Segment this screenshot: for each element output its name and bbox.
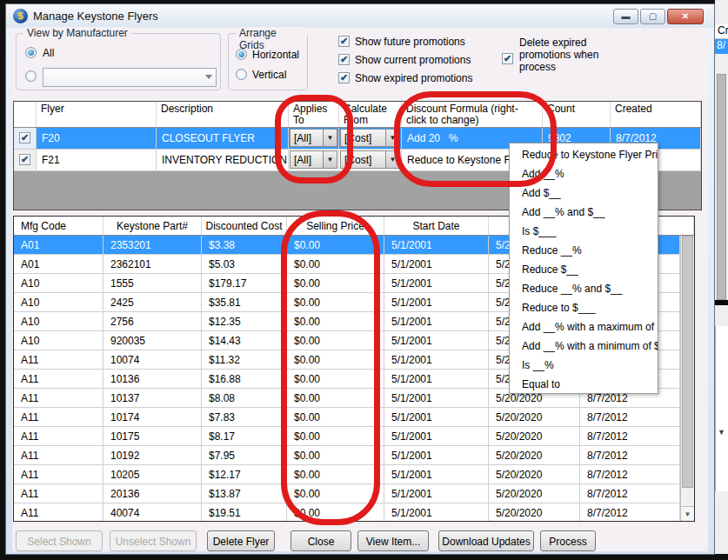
item-grid-cell: $0.00	[287, 274, 384, 292]
scroll-down-arrow-icon[interactable]: ▼	[681, 506, 694, 521]
item-grid-cell: $0.00	[287, 331, 384, 350]
applies-to-dropdown[interactable]: [All]▼	[290, 150, 337, 169]
promo-checkbox[interactable]: ✔	[338, 36, 350, 47]
background-scrollbar-thumb[interactable]	[717, 74, 726, 300]
context-menu-item[interactable]: Reduce to $___	[510, 298, 658, 317]
radio-all[interactable]	[25, 47, 37, 58]
flyer-id-cell: F20	[37, 128, 157, 149]
chevron-down-icon[interactable]: ▼	[385, 151, 399, 168]
background-window-border	[715, 300, 728, 305]
item-grid-cell: 5/1/2001	[384, 446, 489, 464]
promo-checkbox[interactable]: ✔	[338, 54, 350, 65]
calculate-from-dropdown[interactable]: [Cost]▼	[340, 129, 400, 147]
flyer-grid-column-header[interactable]: Count	[543, 102, 611, 127]
item-grid-cell: 5/20/2020	[489, 465, 580, 483]
view-item-button[interactable]: View Item...	[357, 530, 429, 551]
manufacturer-combobox[interactable]	[43, 68, 217, 87]
item-grid-cell: 8/7/2012	[580, 446, 680, 464]
discount-formula-context-menu: Reduce to Keystone Flyer PriceAdd __%Add…	[509, 143, 658, 394]
background-panel: ▼	[715, 326, 728, 491]
item-grid-cell: $12.17	[202, 465, 287, 483]
flyer-row-checkbox[interactable]: ✔	[19, 132, 30, 143]
context-menu-item[interactable]: Add $__	[510, 183, 658, 203]
radio-horizontal[interactable]	[236, 49, 247, 60]
radio-manufacturer[interactable]	[25, 70, 37, 82]
context-menu-item[interactable]: Add __% with a maximum of $__	[510, 317, 658, 337]
item-grid-cell: $13.87	[202, 484, 287, 503]
delete-expired-checkbox[interactable]: ✔	[502, 53, 513, 64]
item-grid-column-header[interactable]: Selling Price	[287, 217, 384, 235]
item-grid-cell: A11	[14, 408, 104, 426]
item-grid-cell: $7.95	[202, 446, 287, 464]
item-grid-cell: $19.51	[202, 503, 287, 522]
close-button[interactable]: ✕	[667, 9, 704, 24]
delete-flyer-button[interactable]: Delete Flyer	[207, 530, 275, 551]
flyer-grid-header: FlyerDescriptionApplies ToCalculate From…	[14, 102, 701, 128]
item-grid-cell: A11	[14, 484, 104, 503]
chevron-down-icon[interactable]: ▼	[323, 151, 337, 168]
item-grid-cell: A11	[14, 350, 104, 369]
flyer-row-checkbox[interactable]: ✔	[19, 154, 30, 165]
flyer-grid-column-header[interactable]	[14, 102, 37, 127]
item-grid-row[interactable]: A1110205$12.17$0.005/1/20015/20/20208/7/…	[14, 465, 680, 484]
scroll-down-arrow-icon[interactable]: ▼	[718, 428, 725, 437]
context-menu-item[interactable]: Reduce __%	[510, 241, 658, 260]
process-button[interactable]: Process	[540, 530, 596, 551]
item-grid-cell: 920035	[104, 331, 202, 350]
scrollbar-thumb[interactable]	[682, 236, 693, 488]
context-menu-item[interactable]: Is __%	[510, 356, 658, 375]
item-grid-column-header[interactable]: Mfg Code	[14, 217, 104, 235]
flyer-grid-column-header[interactable]: Applies To	[289, 102, 339, 127]
window-title: Manage Keystone Flyers	[33, 10, 158, 23]
context-menu-item[interactable]: Add __% with a minimum of $__	[510, 337, 658, 356]
download-updates-button[interactable]: Download Updates	[438, 530, 534, 551]
context-menu-item[interactable]: Equal to	[510, 375, 658, 394]
item-grid-cell: 8/7/2012	[580, 427, 680, 445]
app-icon: $	[13, 9, 28, 23]
chevron-down-icon[interactable]: ▼	[323, 130, 337, 146]
item-grid-cell: 10205	[104, 465, 202, 483]
radio-vertical[interactable]	[236, 69, 247, 80]
item-grid-cell: 5/1/2001	[384, 236, 489, 254]
context-menu-item[interactable]: Is $___	[510, 222, 658, 241]
item-grid-row[interactable]: A1140074$19.51$0.005/1/20015/20/20208/7/…	[14, 503, 680, 522]
context-menu-item[interactable]: Add __%	[510, 164, 658, 183]
item-grid-cell: $0.00	[287, 312, 384, 330]
context-menu-item[interactable]: Add __% and $__	[510, 203, 658, 222]
item-grid-cell: $0.00	[287, 503, 384, 522]
item-grid-cell: A11	[14, 446, 104, 464]
maximize-button[interactable]: ▢	[640, 9, 665, 24]
chevron-down-icon[interactable]: ▼	[385, 130, 399, 146]
item-grid-cell: 10074	[104, 350, 202, 369]
item-grid-scrollbar[interactable]: ▼	[680, 236, 694, 521]
minimize-button[interactable]: ▬	[613, 9, 638, 24]
item-grid-cell: 10137	[104, 389, 202, 407]
item-grid-column-header[interactable]: Keystone Part#	[104, 217, 202, 235]
item-grid-row[interactable]: A1110175$8.17$0.005/1/20015/20/20208/7/2…	[14, 427, 680, 446]
item-grid-cell: A11	[14, 370, 104, 388]
item-grid-cell: 5/20/2020	[489, 427, 580, 445]
close-dialog-button[interactable]: Close	[291, 530, 351, 551]
context-menu-item[interactable]: Reduce $__	[510, 260, 658, 279]
item-grid-column-header[interactable]: Start Date	[384, 217, 489, 235]
item-grid-row[interactable]: A1110192$7.95$0.005/1/20015/20/20208/7/2…	[14, 446, 680, 465]
radio-vertical-label: Vertical	[252, 69, 286, 81]
item-grid-column-header[interactable]: Discounted Cost	[202, 217, 287, 235]
item-grid-row[interactable]: A1120136$13.87$0.005/1/20015/20/20208/7/…	[14, 484, 680, 503]
promo-checkbox[interactable]: ✔	[338, 72, 350, 83]
applies-to-dropdown[interactable]: [All]▼	[290, 129, 337, 147]
item-grid-cell: 5/1/2001	[384, 408, 489, 426]
item-grid-cell: A11	[14, 427, 104, 445]
flyer-grid-column-header[interactable]: Description	[157, 102, 289, 127]
flyer-grid-column-header[interactable]: Created	[611, 102, 701, 127]
item-grid-row[interactable]: A1110174$7.83$0.005/1/20015/20/20208/7/2…	[14, 408, 680, 427]
context-menu-item[interactable]: Reduce __% and $__	[510, 279, 658, 298]
calculate-from-dropdown[interactable]: [Cost]▼	[340, 150, 400, 169]
item-grid-cell: 2362101	[104, 255, 202, 273]
flyer-grid-column-header[interactable]: Flyer	[37, 102, 157, 127]
context-menu-item[interactable]: Reduce to Keystone Flyer Price	[510, 145, 658, 164]
flyer-grid-column-header[interactable]: Calculate From	[339, 102, 402, 127]
titlebar[interactable]: $ Manage Keystone Flyers	[6, 4, 714, 28]
flyer-grid-column-header[interactable]: Discount Formula (right-click to change)	[402, 102, 543, 127]
flyer-description-cell: INVENTORY REDUCTION.	[157, 150, 289, 170]
